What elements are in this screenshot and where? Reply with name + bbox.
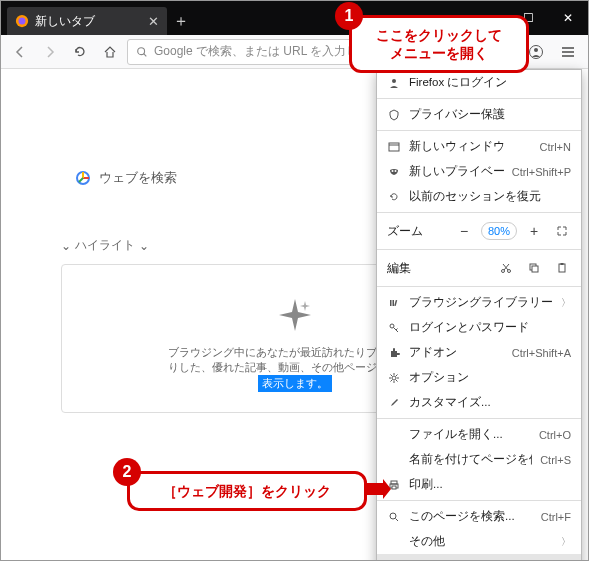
close-tab-icon[interactable]: ✕ [148,14,159,29]
menu-new-private-window[interactable]: 新しいプライベートウィンドウ Ctrl+Shift+P [377,159,581,184]
library-icon [387,296,401,310]
annotation-badge-1: 1 [335,2,363,30]
tab-title: 新しいタブ [35,13,95,30]
search-icon [136,46,148,58]
svg-point-32 [392,376,396,380]
home-button[interactable] [97,39,123,65]
svg-point-29 [390,324,394,328]
google-icon [75,170,91,186]
mask-icon [387,165,401,179]
forward-button[interactable] [37,39,63,65]
app-menu: Firefox にログイン プライバシー保護 新しいウィンドウ Ctrl+N 新… [376,69,582,561]
svg-rect-26 [390,300,392,306]
zoom-in-button[interactable]: + [523,220,545,242]
svg-point-8 [534,48,538,52]
svg-rect-25 [561,263,564,265]
copy-button[interactable] [523,257,545,279]
svg-line-3 [144,53,147,56]
back-button[interactable] [7,39,33,65]
firefox-favicon [15,14,29,28]
close-window-button[interactable]: ✕ [548,1,588,35]
highlights-chevron: ⌄ [61,239,71,253]
shortcut: Ctrl+Shift+P [512,166,571,178]
chevron-right-icon: 〉 [561,535,571,549]
new-tab-button[interactable]: ＋ [167,7,195,35]
menu-open-file[interactable]: ファイルを開く... Ctrl+O [377,422,581,447]
separator [377,212,581,213]
separator [377,500,581,501]
sparkle-icon [275,295,315,335]
puzzle-icon [387,346,401,360]
menu-zoom-row: ズーム − 80% + [377,216,581,246]
menu-library[interactable]: ブラウジングライブラリー 〉 [377,290,581,315]
zoom-percent[interactable]: 80% [481,222,517,240]
cut-button[interactable] [495,257,517,279]
shortcut: Ctrl+N [540,141,571,153]
menu-new-window[interactable]: 新しいウィンドウ Ctrl+N [377,134,581,159]
menu-logins[interactable]: ログインとパスワード [377,315,581,340]
address-bar-placeholder: Google で検索、または URL を入力しま [154,43,370,60]
separator [377,130,581,131]
menu-options[interactable]: オプション [377,365,581,390]
zoom-label: ズーム [385,224,447,239]
separator [377,249,581,250]
menu-edit-row: 編集 [377,253,581,283]
menu-addons[interactable]: アドオン Ctrl+Shift+A [377,340,581,365]
svg-rect-27 [393,300,395,306]
paint-icon [387,396,401,410]
annotation-badge-2: 2 [113,458,141,486]
svg-rect-24 [559,264,565,272]
menu-button[interactable] [554,39,582,65]
paste-button[interactable] [551,257,573,279]
window-icon [387,140,401,154]
gear-icon [387,371,401,385]
highlights-label: ハイライト [75,237,135,254]
menu-web-developer[interactable]: ウェブ開発 〉 [377,554,581,561]
svg-point-2 [138,47,145,54]
shortcut: Ctrl+Shift+A [512,347,571,359]
card-link[interactable]: 表示します。 [258,375,332,392]
shortcut: Ctrl+O [539,429,571,441]
menu-restore-session[interactable]: 以前のセッションを復元 [377,184,581,209]
shortcut: Ctrl+F [541,511,571,523]
annotation-callout-1: ここをクリックして メニューを開く [349,15,529,73]
highlights-chevron-2: ⌄ [139,239,149,253]
menu-signin[interactable]: Firefox にログイン [377,70,581,95]
svg-rect-23 [532,266,538,272]
svg-point-16 [392,170,394,172]
svg-point-13 [392,79,396,83]
search-placeholder: ウェブを検索 [99,169,177,187]
fullscreen-button[interactable] [551,220,573,242]
svg-line-37 [396,518,399,521]
svg-line-31 [396,328,398,330]
svg-point-1 [19,18,26,25]
chevron-right-icon: 〉 [561,296,571,310]
svg-point-17 [395,170,397,172]
zoom-out-button[interactable]: − [453,220,475,242]
svg-rect-35 [392,486,396,489]
annotation-callout-2: ［ウェブ開発］をクリック [127,471,367,511]
shortcut: Ctrl+S [540,454,571,466]
separator [377,98,581,99]
menu-more[interactable]: その他 〉 [377,529,581,554]
menu-save-as[interactable]: 名前を付けてページを保存... Ctrl+S [377,447,581,472]
svg-rect-28 [394,299,397,305]
shield-icon [387,108,401,122]
search-icon [387,510,401,524]
separator [377,418,581,419]
browser-tab[interactable]: 新しいタブ ✕ [7,7,167,35]
menu-customize[interactable]: カスタマイズ... [377,390,581,415]
account-icon [387,76,401,90]
key-icon [387,321,401,335]
menu-privacy[interactable]: プライバシー保護 [377,102,581,127]
edit-label: 編集 [385,261,489,276]
svg-point-36 [390,513,396,519]
menu-find[interactable]: このページを検索... Ctrl+F [377,504,581,529]
svg-line-20 [504,264,509,270]
separator [377,286,581,287]
restore-icon [387,190,401,204]
reload-button[interactable] [67,39,93,65]
menu-print[interactable]: 印刷... [377,472,581,497]
svg-line-21 [503,264,508,270]
svg-rect-14 [389,143,399,151]
